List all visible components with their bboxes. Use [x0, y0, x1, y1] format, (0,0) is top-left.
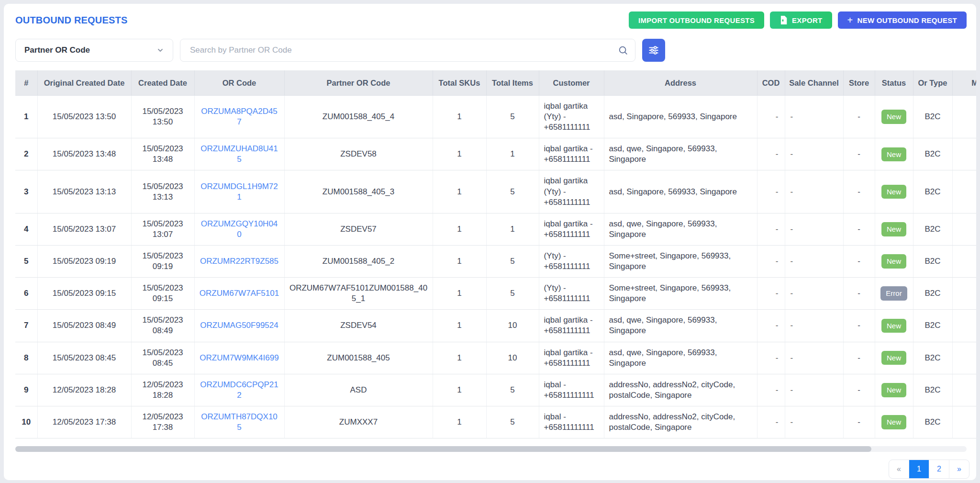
total-skus-cell: 1	[433, 245, 486, 277]
customer-cell: iqbal gartika - +6581111111	[539, 213, 604, 245]
total-skus-cell: 1	[433, 342, 486, 374]
total-skus-cell: 1	[433, 96, 486, 138]
customer-cell: (Yty) - +6581111111	[539, 245, 604, 277]
created-date-cell: 12/05/2023 18:28	[131, 374, 194, 406]
marketplace-cell	[952, 96, 976, 138]
store-cell: -	[843, 278, 875, 310]
marketplace-cell	[952, 374, 976, 406]
row-number-cell: 7	[15, 310, 37, 342]
column-header-8: Address	[604, 70, 757, 96]
search-input[interactable]	[189, 45, 618, 56]
table-row: 4 15/05/2023 13:07 15/05/2023 13:07 ORZU…	[15, 213, 976, 245]
total-skus-cell: 1	[433, 278, 486, 310]
table-row: 7 15/05/2023 08:49 15/05/2023 08:49 ORZU…	[15, 310, 976, 342]
row-number-cell: 6	[15, 278, 37, 310]
customer-cell: iqbal gartika - +6581111111	[539, 310, 604, 342]
sale-channel-cell: -	[785, 374, 843, 406]
customer-cell: (Yty) - +6581111111	[539, 278, 604, 310]
or-code-link[interactable]: ORZUMAG50F99524	[200, 321, 278, 330]
page-button-2[interactable]: 2	[929, 460, 949, 478]
or-type-cell: B2C	[913, 213, 952, 245]
sale-channel-cell: -	[785, 310, 843, 342]
filter-row: Partner OR Code	[4, 29, 976, 62]
or-code-link[interactable]: ORZUMZGQY10H040	[201, 219, 278, 239]
excel-file-icon	[780, 16, 788, 24]
cod-cell: -	[757, 374, 785, 406]
or-code-link[interactable]: ORZUMA8PQA2D457	[201, 107, 278, 126]
new-outbound-request-button[interactable]: + NEW OUTBOUND REQUEST	[838, 11, 967, 29]
customer-cell: iqbal gartika (Yty) - +6581111111	[539, 96, 604, 138]
search-icon[interactable]	[618, 45, 628, 56]
total-items-cell: 10	[486, 310, 539, 342]
marketplace-cell	[952, 213, 976, 245]
or-code-link[interactable]: ORZUMZUHAD8U415	[200, 144, 278, 164]
or-type-cell: B2C	[913, 406, 952, 438]
cod-cell: -	[757, 310, 785, 342]
or-type-cell: B2C	[913, 138, 952, 170]
table-row: 6 15/05/2023 09:15 15/05/2023 09:15 ORZU…	[15, 278, 976, 310]
marketplace-cell	[952, 245, 976, 277]
partner-or-code-cell: ZSDEV58	[284, 138, 433, 170]
row-number-cell: 3	[15, 170, 37, 213]
search-box	[180, 39, 635, 62]
scrollbar-thumb[interactable]	[15, 446, 871, 452]
partner-or-code-cell: ZUM001588_405_4	[284, 96, 433, 138]
import-outbound-requests-button[interactable]: IMPORT OUTBOUND REQUESTS	[629, 11, 764, 29]
export-button[interactable]: EXPORT	[770, 11, 832, 29]
previous-page-button[interactable]: «	[889, 460, 909, 478]
total-items-cell: 1	[486, 213, 539, 245]
address-cell: asd, Singapore, 569933, Singapore	[604, 96, 757, 138]
or-code-link[interactable]: ORZUMDGL1H9M721	[200, 182, 278, 202]
card-header: OUTBOUND REQUESTS IMPORT OUTBOUND REQUES…	[4, 4, 976, 29]
or-code-link[interactable]: ORZUMR22RT9Z585	[200, 257, 278, 266]
sale-channel-cell: -	[785, 213, 843, 245]
status-badge: New	[881, 222, 906, 236]
or-code-link[interactable]: ORZUM67W7AF5101	[200, 289, 279, 298]
table-row: 5 15/05/2023 09:19 15/05/2023 09:19 ORZU…	[15, 245, 976, 277]
total-items-cell: 5	[486, 278, 539, 310]
column-header-7: Customer	[539, 70, 604, 96]
customer-cell: iqbal - +65811111111	[539, 374, 604, 406]
original-created-date-cell: 15/05/2023 08:49	[37, 310, 131, 342]
outbound-requests-table: #Original Created DateCreated DateOR Cod…	[15, 70, 976, 438]
column-header-1: Original Created Date	[37, 70, 131, 96]
column-header-9: COD	[757, 70, 785, 96]
column-header-4: Partner OR Code	[284, 70, 433, 96]
address-cell: addressNo, addressNo2, cityCode, postalC…	[604, 374, 757, 406]
marketplace-cell	[952, 310, 976, 342]
sale-channel-cell: -	[785, 342, 843, 374]
or-code-link[interactable]: ORZUMDC6CPQP212	[200, 380, 278, 400]
row-number-cell: 9	[15, 374, 37, 406]
cod-cell: -	[757, 342, 785, 374]
dropdown-selected-value: Partner OR Code	[24, 45, 90, 55]
table-header-row: #Original Created DateCreated DateOR Cod…	[15, 70, 976, 96]
table-row: 10 12/05/2023 17:38 12/05/2023 17:38 ORZ…	[15, 406, 976, 438]
column-header-14: Mar	[952, 70, 976, 96]
created-date-cell: 15/05/2023 13:48	[131, 138, 194, 170]
advanced-filter-button[interactable]	[642, 39, 665, 62]
partner-or-code-cell: ZSDEV54	[284, 310, 433, 342]
partner-or-code-cell: ZUM001588_405_3	[284, 170, 433, 213]
or-type-cell: B2C	[913, 310, 952, 342]
total-items-cell: 1	[486, 138, 539, 170]
import-button-label: IMPORT OUTBOUND REQUESTS	[638, 16, 755, 24]
cod-cell: -	[757, 245, 785, 277]
cod-cell: -	[757, 406, 785, 438]
partner-or-code-cell: ZSDEV57	[284, 213, 433, 245]
or-code-link[interactable]: ORZUMTH87DQX105	[201, 412, 278, 432]
store-cell: -	[843, 342, 875, 374]
status-badge: New	[881, 383, 906, 397]
page-button-1[interactable]: 1	[909, 460, 929, 478]
cod-cell: -	[757, 138, 785, 170]
total-skus-cell: 1	[433, 406, 486, 438]
or-code-link[interactable]: ORZUM7W9MK4I699	[200, 353, 278, 362]
total-skus-cell: 1	[433, 213, 486, 245]
created-date-cell: 15/05/2023 08:49	[131, 310, 194, 342]
created-date-cell: 15/05/2023 13:50	[131, 96, 194, 138]
or-type-cell: B2C	[913, 374, 952, 406]
next-page-button[interactable]: »	[949, 460, 969, 478]
table-row: 1 15/05/2023 13:50 15/05/2023 13:50 ORZU…	[15, 96, 976, 138]
search-category-dropdown[interactable]: Partner OR Code	[15, 39, 173, 62]
table-row: 2 15/05/2023 13:48 15/05/2023 13:48 ORZU…	[15, 138, 976, 170]
horizontal-scrollbar[interactable]	[15, 446, 967, 452]
